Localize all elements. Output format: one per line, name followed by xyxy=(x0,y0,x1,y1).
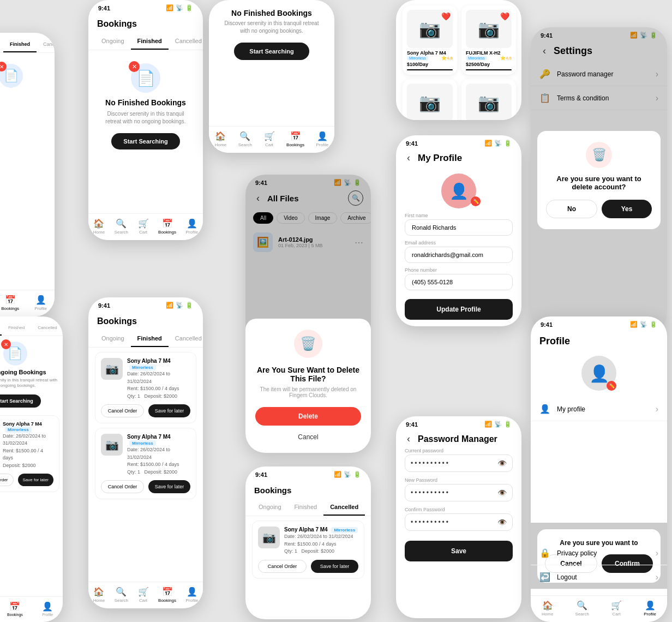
tab-cancelled-6[interactable]: Cancelled xyxy=(169,331,203,347)
bookings-title-6: Bookings xyxy=(88,310,203,331)
bookings-title-8: Bookings xyxy=(245,479,371,499)
nav-bookings-c[interactable]: 📅Bookings xyxy=(286,131,304,147)
booking-card-bl: 📷 Sony Alpha 7 M4Mirrorless Date: 26/02/… xyxy=(0,415,59,493)
profile-field-phone: Phone number (405) 555-0128 xyxy=(405,267,513,290)
current-pwd-field: Current password •••••••••• 👁️ xyxy=(405,448,513,472)
tab-row-8: Ongoing Finished Cancelled xyxy=(245,499,371,516)
nav-bar-center: 🏠Home 🔍Search 🛒Cart 📅Bookings 👤Profile xyxy=(209,126,334,153)
save-pwd-btn[interactable]: Save xyxy=(405,541,513,561)
nav-cart-2[interactable]: 🛒Cart xyxy=(138,218,149,235)
profile-menu-label-myprofile: My profile xyxy=(557,405,649,413)
product-img-4: 📷 xyxy=(466,83,512,120)
confirm-pwd-input[interactable]: •••••••••• 👁️ xyxy=(405,513,513,531)
new-pwd-input[interactable]: •••••••••• 👁️ xyxy=(405,484,513,501)
eye-icon-new[interactable]: 👁️ xyxy=(497,488,507,497)
save-later-8[interactable]: Save for later xyxy=(311,560,358,573)
nav-cart-12[interactable]: 🛒Cart xyxy=(611,600,622,617)
profile-menu-privacy[interactable]: 🔒 Privacy policy › xyxy=(531,541,667,565)
nav-bookings-2[interactable]: 📅Bookings xyxy=(158,218,176,235)
tab-finished-6[interactable]: Finished xyxy=(131,331,169,347)
time-12: 9:41 xyxy=(541,321,553,328)
settings-confirm-btns: No Yes xyxy=(546,200,652,218)
profile-menu-logout[interactable]: ↩️ Logout › xyxy=(531,565,667,589)
avatar-edit-12[interactable]: ✏️ xyxy=(607,381,616,391)
phone-input[interactable]: (405) 555-0128 xyxy=(405,274,513,290)
profile-menu-item-myprofile[interactable]: 👤 My profile › xyxy=(531,397,667,421)
settings-yes-btn[interactable]: Yes xyxy=(602,200,652,218)
nav-home-c[interactable]: 🏠Home xyxy=(215,131,226,147)
product-card-2: 📷 ❤️ FUJIFILM X-H2 Mirrorless ⭐4.9 $2500… xyxy=(461,5,516,75)
nav-cart-6[interactable]: 🛒Cart xyxy=(138,587,149,603)
tab-finished[interactable]: Finished xyxy=(3,37,37,52)
heart-icon-1[interactable]: ❤️ xyxy=(441,12,451,21)
phone-profile-menu: 9:41 📶📡🔋 Profile 👤 ✏️ 👤 My profile › Are… xyxy=(531,316,667,622)
delete-btn[interactable]: Delete xyxy=(255,407,361,426)
tab-ongoing-2[interactable]: Ongoing xyxy=(95,33,131,50)
heart-icon-2[interactable]: ❤️ xyxy=(500,12,509,21)
nav-profile-c[interactable]: 👤Profile xyxy=(316,131,329,147)
back-btn-9[interactable]: ‹ xyxy=(404,151,413,165)
tab-row-2: Ongoing Finished Cancelled xyxy=(88,33,203,50)
nav-cart-c[interactable]: 🛒Cart xyxy=(264,131,275,147)
nav-profile-12[interactable]: 👤Profile xyxy=(644,600,656,617)
tab-cancelled-2[interactable]: Cancelled xyxy=(169,33,203,50)
avatar-wrap-12: 👤 ✏️ xyxy=(531,351,667,397)
tab-ongoing-6[interactable]: Ongoing xyxy=(95,331,131,347)
tab-cancelled-bl[interactable]: Cancelled xyxy=(31,321,63,336)
cancel-order-8[interactable]: Cancel Order xyxy=(258,560,307,573)
nav-home-12[interactable]: 🏠Home xyxy=(542,600,553,617)
nav-search-2[interactable]: 🔍Search xyxy=(115,218,128,235)
modal-title: Are You Sure Want to Delete This File? xyxy=(255,366,361,383)
settings-no-btn[interactable]: No xyxy=(546,200,597,218)
nav-search-c[interactable]: 🔍Search xyxy=(238,131,252,147)
nav-profile-2[interactable]: 👤Profile xyxy=(186,218,199,235)
status-icons-2: 📶 📡 🔋 xyxy=(166,4,193,11)
eye-icon-confirm[interactable]: 👁️ xyxy=(497,518,507,527)
save-later-btn-bl[interactable]: Save for later xyxy=(18,474,54,486)
nav-bar-2: 🏠Home 🔍Search 🛒Cart 📅Bookings 👤Profile xyxy=(88,213,203,240)
phone-bookings-cancelled: 9:41 📶📡🔋 Bookings Ongoing Finished Cance… xyxy=(245,466,371,619)
product-img-1: 📷 ❤️ xyxy=(407,10,453,48)
nav-profile-bl[interactable]: 👤Profile xyxy=(42,601,53,617)
cancel-order-6-1[interactable]: Cancel Order xyxy=(101,404,144,417)
nav-bookings[interactable]: 📅 Bookings xyxy=(1,295,19,311)
update-profile-btn[interactable]: Update Profile xyxy=(405,299,513,320)
current-pwd-input[interactable]: •••••••••• 👁️ xyxy=(405,454,513,472)
settings-confirm-overlay: 🗑️ Are you sure you want to delete accou… xyxy=(531,27,667,333)
nav-search-6[interactable]: 🔍Search xyxy=(115,587,128,603)
eye-icon-current[interactable]: 👁️ xyxy=(497,459,507,468)
tab-cancelled-8[interactable]: Cancelled xyxy=(323,499,365,516)
nav-bar-12: 🏠Home 🔍Search 🛒Cart 👤Profile xyxy=(531,595,667,622)
save-later-6-1[interactable]: Save for later xyxy=(148,404,190,417)
tab-ongoing-8[interactable]: Ongoing xyxy=(252,499,288,516)
cancel-order-6-2[interactable]: Cancel Order xyxy=(101,480,144,493)
nav-profile-6[interactable]: 👤Profile xyxy=(186,587,199,603)
save-later-6-2[interactable]: Save for later xyxy=(148,480,190,493)
nav-bookings-bl[interactable]: 📅Bookings xyxy=(7,601,23,617)
nav-home-2[interactable]: 🏠Home xyxy=(93,218,105,235)
tab-cancelled[interactable]: Cancelled xyxy=(37,37,55,52)
nav-home-6[interactable]: 🏠Home xyxy=(93,587,105,603)
start-searching-btn-bl[interactable]: Start Searching xyxy=(0,394,41,408)
phone-password-manager: 9:41 📶📡🔋 ‹ Password Manager Current pass… xyxy=(396,416,521,618)
avatar-12: 👤 ✏️ xyxy=(581,356,616,391)
tab-finished-8[interactable]: Finished xyxy=(288,499,324,516)
start-searching-btn-center[interactable]: Start Searching xyxy=(234,43,309,60)
avatar-edit-btn[interactable]: ✏️ xyxy=(471,196,481,206)
settings-trash-icon: 🗑️ xyxy=(592,148,607,162)
nav-search-12[interactable]: 🔍Search xyxy=(575,600,589,617)
firstname-input[interactable]: Ronald Richards xyxy=(405,219,513,236)
back-btn-10[interactable]: ‹ xyxy=(404,432,413,446)
nav-bookings-6[interactable]: 📅Bookings xyxy=(158,587,176,603)
cancel-order-btn-bl[interactable]: Cancel Order xyxy=(0,474,14,486)
tab-finished-bl[interactable]: Finished xyxy=(2,321,31,336)
nav-profile[interactable]: 👤 Profile xyxy=(34,295,47,311)
product-card-1: 📷 ❤️ Sony Alpha 7 M4 Mirrorless ⭐4.8 $10… xyxy=(403,5,457,75)
start-searching-btn-2[interactable]: Start Searching xyxy=(111,133,179,149)
cancel-delete-btn[interactable]: Cancel xyxy=(255,430,361,444)
tab-finished-2[interactable]: Finished xyxy=(131,33,169,50)
email-input[interactable]: ronaldrichards@gmail.com xyxy=(405,247,513,263)
phone-bookings-finished: 9:41 📶 📡 🔋 Bookings Ongoing Finished Can… xyxy=(88,0,203,240)
phone-bookings-center: No Finished Bookings Discover serenity i… xyxy=(209,0,334,153)
status-bar-2: 9:41 📶 📡 🔋 xyxy=(88,0,203,13)
